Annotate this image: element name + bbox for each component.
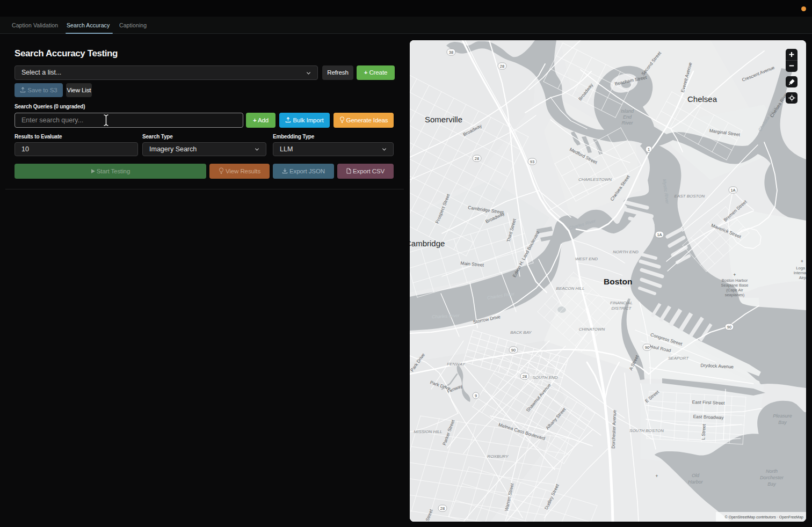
svg-text:1A: 1A: [657, 232, 662, 237]
svg-text:SOUTH END: SOUTH END: [532, 375, 557, 380]
svg-text:East Broadway: East Broadway: [693, 414, 724, 420]
svg-text:EAST BOSTON: EAST BOSTON: [675, 194, 705, 199]
svg-text:9: 9: [475, 393, 477, 398]
svg-text:+: +: [655, 473, 658, 479]
svg-text:90: 90: [727, 325, 731, 330]
svg-text:93: 93: [530, 159, 534, 164]
svg-text:1A: 1A: [730, 188, 735, 193]
svg-text:Dorchester: Dorchester: [760, 475, 784, 480]
svg-text:Cambridge: Cambridge: [410, 239, 445, 248]
svg-text:28: 28: [500, 64, 504, 69]
svg-text:1: 1: [648, 147, 650, 152]
svg-text:CHINATOWN: CHINATOWN: [579, 327, 605, 332]
svg-text:DISTRICT: DISTRICT: [612, 306, 632, 311]
svg-text:CHARLESTOWN: CHARLESTOWN: [578, 177, 612, 182]
svg-text:Interna: Interna: [794, 270, 806, 275]
svg-text:Chelsea: Chelsea: [687, 94, 717, 104]
svg-text:North: North: [766, 469, 778, 474]
svg-text:+: +: [801, 259, 803, 264]
svg-text:Boston: Boston: [604, 277, 632, 286]
svg-text:Bay: Bay: [778, 420, 787, 425]
svg-text:28: 28: [440, 506, 445, 511]
svg-text:28: 28: [523, 374, 527, 379]
svg-text:Old: Old: [692, 473, 700, 478]
svg-text:L Street: L Street: [700, 423, 707, 440]
svg-text:Pleasure: Pleasure: [773, 413, 792, 419]
svg-text:Airp: Airp: [799, 275, 806, 280]
svg-text:90: 90: [645, 345, 649, 350]
svg-text:End: End: [623, 114, 632, 120]
svg-text:ROXBURY: ROXBURY: [487, 454, 509, 459]
svg-text:Loga: Loga: [796, 266, 806, 270]
svg-text:SOUTH BOSTON: SOUTH BOSTON: [629, 428, 664, 433]
svg-text:River: River: [621, 120, 633, 126]
svg-text:SEAPORT: SEAPORT: [668, 356, 689, 361]
svg-text:Boston Harbor: Boston Harbor: [722, 278, 748, 283]
svg-text:seaplanes): seaplanes): [725, 292, 745, 297]
svg-text:BACK BAY: BACK BAY: [510, 330, 532, 335]
svg-text:WEST END: WEST END: [575, 257, 598, 261]
svg-text:BEACON HILL: BEACON HILL: [556, 286, 585, 291]
svg-text:Island: Island: [621, 108, 634, 114]
svg-text:Seaplane Base: Seaplane Base: [721, 283, 749, 288]
svg-text:Somerville: Somerville: [425, 115, 462, 124]
svg-text:Bay: Bay: [767, 481, 776, 487]
svg-text:MISSION HILL: MISSION HILL: [414, 429, 443, 434]
svg-text:90: 90: [511, 348, 516, 353]
svg-text:FENWAY: FENWAY: [447, 362, 465, 367]
svg-text:(Cape Air: (Cape Air: [726, 288, 743, 292]
svg-text:28: 28: [475, 156, 479, 161]
svg-text:NORTH END: NORTH END: [613, 250, 639, 254]
svg-text:+: +: [733, 272, 736, 277]
svg-text:FINANCIAL: FINANCIAL: [610, 301, 633, 305]
svg-text:Harbor: Harbor: [688, 479, 704, 485]
svg-text:38: 38: [449, 50, 453, 55]
svg-text:© OpenStreetMap contributors ·: © OpenStreetMap contributors · OpenFreeM…: [725, 515, 803, 519]
